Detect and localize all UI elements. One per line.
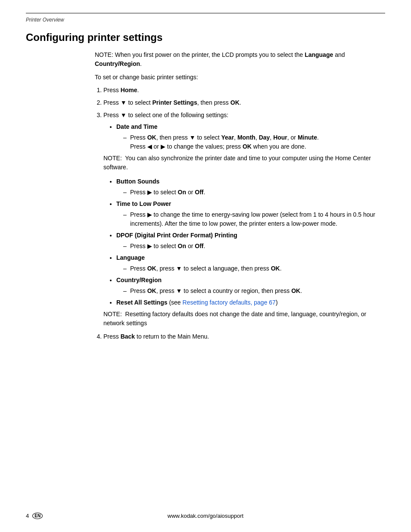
arrow-down-3: ▼ xyxy=(121,112,127,118)
page-number: 4 xyxy=(26,513,29,519)
time-low-power-sub1: Press ▶ to change the time to energy-sav… xyxy=(123,210,385,228)
setting-dpof: DPOF (Digital Print Order Format) Printi… xyxy=(116,231,385,251)
dpof-sub1: Press ▶ to select On or Off. xyxy=(123,242,385,251)
step-4: Press Back to return to the Main Menu. xyxy=(103,332,385,341)
note-datetime: NOTE: You can also synchronize the print… xyxy=(103,154,385,172)
header-section: Printer Overview xyxy=(26,13,385,23)
settings-list: Date and Time Press OK, then press ▼ to … xyxy=(116,122,385,151)
arrow-down-country: ▼ xyxy=(176,287,182,294)
step2-bold1: Printer Settings xyxy=(152,99,197,106)
language-sub1: Press OK, press ▼ to select a language, … xyxy=(123,264,385,273)
setting-reset-all: Reset All Settings (see Resetting factor… xyxy=(116,298,385,307)
date-time-sub1: Press OK, then press ▼ to select Year, M… xyxy=(123,133,385,151)
country-subs: Press OK, press ▼ to select a country or… xyxy=(123,286,385,296)
footer-url: www.kodak.com/go/aiosupport xyxy=(168,513,243,519)
note-reset: NOTE: Resetting factory defaults does no… xyxy=(103,310,385,328)
button-sounds-sub1: Press ▶ to select On or Off. xyxy=(123,188,385,197)
dpof-subs: Press ▶ to select On or Off. xyxy=(123,242,385,251)
arrow-right-dpof: ▶ xyxy=(147,243,152,249)
language-subs: Press OK, press ▼ to select a language, … xyxy=(123,264,385,273)
step4-bold: Back xyxy=(121,333,135,340)
step-2: Press ▼ to select Printer Settings, then… xyxy=(103,98,385,107)
main-steps-list: Press Home. Press ▼ to select Printer Se… xyxy=(103,86,385,341)
setting-country-region: Country/Region Press OK, press ▼ to sele… xyxy=(116,276,385,296)
reset-link[interactable]: Resetting factory defaults, page 67 xyxy=(183,299,276,306)
step1-bold: Home xyxy=(121,87,137,93)
header-label: Printer Overview xyxy=(26,17,64,23)
arrow-down-dt: ▼ xyxy=(190,134,196,141)
page-title: Configuring printer settings xyxy=(26,31,385,44)
footer-left: 4 EN xyxy=(26,513,43,519)
note1-prefix: NOTE: xyxy=(95,51,113,58)
setting-button-sounds: Button Sounds Press ▶ to select On or Of… xyxy=(116,177,385,197)
setting-date-time: Date and Time Press OK, then press ▼ to … xyxy=(116,122,385,151)
step-3: Press ▼ to select one of the following s… xyxy=(103,111,385,328)
setting-time-low-power: Time to Low Power Press ▶ to change the … xyxy=(116,199,385,228)
arrow-right-dt: ▶ xyxy=(161,143,165,150)
arrow-down-lang: ▼ xyxy=(176,265,182,272)
date-time-subs: Press OK, then press ▼ to select Year, M… xyxy=(123,133,385,151)
step2-bold2: OK xyxy=(230,99,240,106)
button-sounds-subs: Press ▶ to select On or Off. xyxy=(123,188,385,197)
arrow-right-bs: ▶ xyxy=(147,189,152,196)
en-badge: EN xyxy=(32,513,43,519)
note1-text: When you first power on the printer, the… xyxy=(95,51,345,67)
time-low-power-subs: Press ▶ to change the time to energy-sav… xyxy=(123,210,385,228)
arrow-down-2: ▼ xyxy=(121,99,127,106)
country-sub1: Press OK, press ▼ to select a country or… xyxy=(123,286,385,296)
footer: 4 EN www.kodak.com/go/aiosupport xyxy=(0,513,411,519)
page: Printer Overview Configuring printer set… xyxy=(0,0,411,532)
settings-list-2: Button Sounds Press ▶ to select On or Of… xyxy=(116,177,385,307)
content-area: NOTE: When you first power on the printe… xyxy=(95,50,385,341)
step-1: Press Home. xyxy=(103,86,385,95)
arrow-left-dt: ◀ xyxy=(147,143,152,150)
intro-text: To set or change basic printer settings: xyxy=(95,74,385,81)
setting-language: Language Press OK, press ▼ to select a l… xyxy=(116,253,385,273)
arrow-right-tlp: ▶ xyxy=(147,211,152,218)
note1-block: NOTE: When you first power on the printe… xyxy=(95,50,385,68)
